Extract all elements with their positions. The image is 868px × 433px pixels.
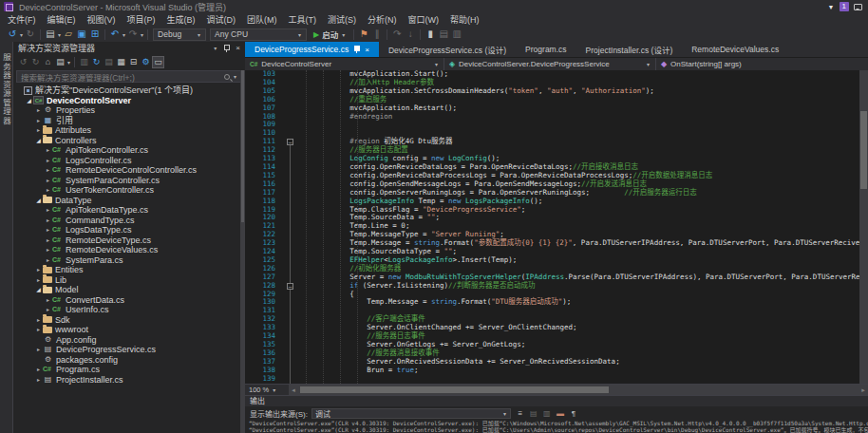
open-file-icon[interactable]: ▱: [62, 28, 75, 41]
code-editor[interactable]: 103 mvcApplication.Start();104 //加入Http …: [245, 70, 868, 384]
expand-arrow-icon[interactable]: ▸: [44, 245, 52, 255]
tree-item-ProjectInstaller.cs[interactable]: ▸▤ProjectInstaller.cs: [13, 375, 245, 386]
code-line-108[interactable]: 108 #endregion: [245, 113, 868, 122]
menu-item-窗口(W)[interactable]: 窗口(W): [403, 13, 445, 27]
navigate-forward-icon[interactable]: ↻: [24, 28, 37, 41]
menu-item-编辑(E)[interactable]: 编辑(E): [42, 13, 82, 27]
tab-Program.cs[interactable]: Program.cs: [516, 42, 576, 57]
se-home-icon[interactable]: ⌂: [42, 55, 54, 68]
tree-item-RemoteDeviceValues.cs[interactable]: ▸C#RemoteDeviceValues.cs: [13, 245, 245, 255]
output-log-lines[interactable]: “DeviceControlServer.exe”(CLR v4.0.30319…: [245, 421, 868, 433]
server-explorer-vertical-tab[interactable]: 服务器资源管理器: [1, 53, 12, 433]
member-dropdown[interactable]: ◆ OnStart(string[] args): [656, 58, 868, 70]
expand-arrow-icon[interactable]: ▸: [44, 255, 52, 266]
menu-item-工具(T)[interactable]: 工具(T): [283, 13, 323, 27]
pin-icon[interactable]: [353, 46, 360, 53]
tree-item-Program.cs[interactable]: ▸C#Program.cs: [13, 365, 245, 375]
menu-item-帮助(H)[interactable]: 帮助(H): [444, 13, 485, 27]
solution-explorer-search-input[interactable]: 搜索解决方案资源管理器(Ctrl+;) ▾: [16, 70, 242, 83]
save-icon[interactable]: ▣: [75, 28, 88, 41]
start-debug-button[interactable]: ▶启动▾: [313, 28, 346, 40]
fold-collapse-icon[interactable]: –: [287, 283, 293, 290]
se-pending-changes-icon[interactable]: ▥: [78, 55, 90, 68]
tree-item-Entities[interactable]: ▸Entities: [13, 265, 245, 275]
tree-item-UserInfo.cs[interactable]: ▸C#UserInfo.cs: [13, 305, 245, 315]
tree-item-DataType[interactable]: ◢DataType: [13, 196, 245, 206]
menu-item-测试(S)[interactable]: 测试(S): [322, 13, 362, 27]
menu-item-调试(D)[interactable]: 调试(D): [201, 13, 242, 27]
tab-DeviceProgressService.cs[interactable]: DeviceProgressService.cs×: [245, 42, 379, 57]
project-dropdown[interactable]: C# DeviceControlServer ▾: [245, 58, 444, 70]
expand-arrow-icon[interactable]: ▸: [44, 225, 52, 235]
horizontal-scrollbar[interactable]: [298, 385, 859, 395]
solution-configuration-dropdown[interactable]: Debug▾: [153, 28, 206, 41]
expand-arrow-icon[interactable]: ▸: [44, 216, 52, 226]
expand-arrow-icon[interactable]: ▸: [44, 205, 52, 216]
tree-item-ApiTokenController.cs[interactable]: ▸C#ApiTokenController.cs: [13, 145, 245, 156]
editor-vertical-scrollbar[interactable]: [859, 70, 868, 384]
chevron-down-icon[interactable]: ▾: [141, 31, 143, 38]
output-clear-all-icon[interactable]: ▬: [555, 408, 566, 419]
scroll-left-arrow-icon[interactable]: ◂: [289, 385, 298, 395]
uncomment-icon[interactable]: ▥: [450, 28, 463, 41]
expand-arrow-icon[interactable]: ▸: [44, 295, 52, 306]
bookmark-icon[interactable]: ▮: [424, 28, 437, 41]
break-all-icon[interactable]: ∥: [370, 28, 384, 41]
se-show-all-files-icon[interactable]: ▦: [115, 55, 127, 68]
step-over-icon[interactable]: ↷: [390, 28, 404, 41]
code-line-130[interactable]: 130 Temp.Message = string.Format("DTU服务器…: [245, 298, 868, 307]
search-icon[interactable]: [224, 74, 230, 80]
expand-arrow-icon[interactable]: ▸: [34, 315, 43, 326]
search-options-chevron-icon[interactable]: ▾: [234, 73, 236, 80]
comment-icon[interactable]: ▤: [437, 28, 450, 41]
tree-item-Lib[interactable]: ▸Lib: [13, 275, 245, 286]
tree-item-Controllers[interactable]: ◢Controllers: [13, 136, 245, 146]
tree-item-Attributes[interactable]: ▸Attributes: [13, 125, 245, 136]
se-collapse-all-icon[interactable]: ⊟: [127, 55, 140, 68]
tree-item-App.config[interactable]: ⚙App.config: [13, 335, 245, 346]
tab-DeviceProgressService.cs (设计)[interactable]: DeviceProgressService.cs (设计): [379, 42, 516, 57]
tree-item-Properties[interactable]: ▸⚙Properties: [13, 105, 245, 116]
collapse-arrow-icon[interactable]: ◢: [34, 285, 43, 295]
expand-arrow-icon[interactable]: ▸: [34, 365, 43, 375]
expand-arrow-icon[interactable]: ▸: [44, 176, 52, 186]
expand-arrow-icon[interactable]: ▸: [34, 125, 43, 136]
collapse-arrow-icon[interactable]: ◢: [34, 136, 43, 146]
chevron-down-icon[interactable]: ▾: [123, 31, 125, 38]
step-into-icon[interactable]: ↓: [404, 28, 417, 41]
save-all-icon[interactable]: ⊞: [88, 28, 102, 41]
undo-icon[interactable]: ↶: [108, 28, 122, 41]
notification-count-badge[interactable]: 1: [840, 2, 849, 11]
code-line-138[interactable]: 138 Brun = true;: [245, 367, 868, 375]
menu-item-项目(P)[interactable]: 项目(P): [122, 13, 161, 27]
output-messages-icon[interactable]: ≡: [515, 408, 526, 419]
expand-arrow-icon[interactable]: ▸: [34, 325, 43, 335]
attach-process-icon[interactable]: ⚑: [357, 28, 370, 41]
menu-item-团队(M)[interactable]: 团队(M): [241, 13, 283, 27]
type-dropdown[interactable]: ◈ DeviceControlServer.DeviceProgressServ…: [444, 58, 656, 70]
expand-arrow-icon[interactable]: ▸: [44, 156, 52, 166]
tree-item-Sdk[interactable]: ▸Sdk: [13, 315, 245, 326]
expand-arrow-icon[interactable]: ▸: [44, 145, 52, 156]
expand-arrow-icon[interactable]: ▸: [34, 116, 43, 126]
output-source-dropdown[interactable]: 调试 ▾: [311, 408, 511, 419]
output-word-wrap-icon[interactable]: ¶: [568, 408, 579, 419]
navigate-backward-icon[interactable]: ↺: [6, 28, 19, 41]
output-goto-prev-icon[interactable]: ▤: [528, 408, 539, 419]
solution-platform-dropdown[interactable]: Any CPU▾: [210, 28, 307, 41]
close-icon[interactable]: ×: [365, 46, 369, 54]
tab-ProjectInstaller.cs (设计)[interactable]: ProjectInstaller.cs (设计): [576, 42, 683, 57]
expand-arrow-icon[interactable]: ▸: [34, 345, 43, 355]
se-switch-views-icon[interactable]: ▤: [54, 55, 66, 68]
tree-item-ConvertData.cs[interactable]: ▸C#ConvertData.cs: [13, 295, 245, 306]
tree-item-Model[interactable]: ◢Model: [13, 285, 245, 295]
chevron-down-icon[interactable]: ▾: [58, 31, 61, 38]
tree-item-ApiTokenDataType.cs[interactable]: ▸C#ApiTokenDataType.cs: [13, 205, 245, 216]
redo-icon[interactable]: ↷: [126, 28, 140, 41]
se-properties-icon[interactable]: ⚙: [140, 55, 152, 68]
menu-item-生成(B)[interactable]: 生成(B): [161, 13, 201, 27]
notifications-flag-icon[interactable]: ▼: [828, 4, 835, 10]
close-panel-icon[interactable]: ×: [236, 44, 240, 52]
collapse-arrow-icon[interactable]: ◢: [34, 196, 43, 206]
zoom-control[interactable]: 100 % ▾: [245, 386, 289, 394]
